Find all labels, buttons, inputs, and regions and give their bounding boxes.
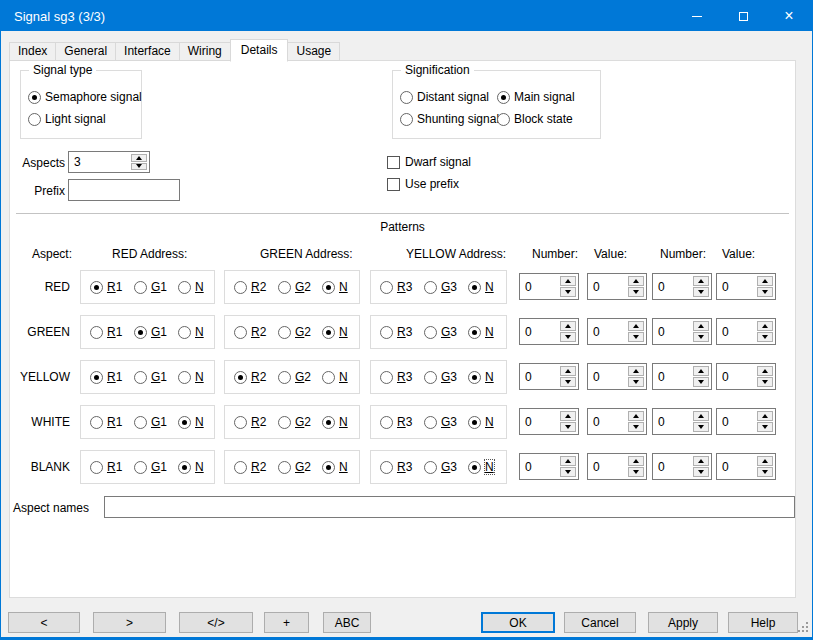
spin-down-icon[interactable]: [693, 377, 709, 387]
radio-r1[interactable]: R1: [90, 280, 122, 294]
value-spinner[interactable]: 0: [716, 408, 776, 435]
radio-n[interactable]: N: [468, 460, 494, 474]
radio-g1[interactable]: G1: [134, 280, 167, 294]
radio-r3[interactable]: R3: [380, 460, 412, 474]
tab-interface[interactable]: Interface: [115, 42, 180, 61]
radio-r3[interactable]: R3: [380, 325, 412, 339]
radio-g2[interactable]: G2: [278, 325, 311, 339]
radio-n[interactable]: N: [322, 460, 348, 474]
tab-wiring[interactable]: Wiring: [179, 42, 231, 61]
spin-down-icon[interactable]: [628, 467, 644, 477]
spin-down-icon[interactable]: [757, 422, 773, 432]
radio-g3[interactable]: G3: [424, 415, 457, 429]
radio-n[interactable]: N: [178, 460, 204, 474]
spin-down-icon[interactable]: [628, 377, 644, 387]
next-button[interactable]: >: [93, 612, 166, 633]
radio-g1[interactable]: G1: [134, 460, 167, 474]
number-spinner[interactable]: 0: [519, 318, 579, 345]
spin-up-icon[interactable]: [693, 456, 709, 466]
radio-g3[interactable]: G3: [424, 460, 457, 474]
radio-r1[interactable]: R1: [90, 325, 122, 339]
radio-r2[interactable]: R2: [234, 325, 266, 339]
value-spinner[interactable]: 0: [587, 363, 647, 390]
value-spinner[interactable]: 0: [716, 363, 776, 390]
radio-block-state[interactable]: Block state: [497, 112, 575, 126]
number-spinner[interactable]: 0: [652, 408, 712, 435]
tab-usage[interactable]: Usage: [287, 42, 340, 61]
spin-up-icon[interactable]: [757, 366, 773, 376]
radio-g1[interactable]: G1: [134, 325, 167, 339]
tab-details[interactable]: Details: [230, 39, 289, 62]
value-spinner[interactable]: 0: [587, 273, 647, 300]
radio-g2[interactable]: G2: [278, 280, 311, 294]
radio-r1[interactable]: R1: [90, 415, 122, 429]
radio-n[interactable]: N: [322, 325, 348, 339]
radio-n[interactable]: N: [468, 325, 494, 339]
radio-g1[interactable]: G1: [134, 415, 167, 429]
radio-shunting-signal[interactable]: Shunting signal: [400, 112, 497, 126]
spin-up-icon[interactable]: [560, 321, 576, 331]
spin-down-icon[interactable]: [131, 163, 147, 171]
spin-up-icon[interactable]: [560, 411, 576, 421]
radio-r2[interactable]: R2: [234, 415, 266, 429]
spin-up-icon[interactable]: [628, 366, 644, 376]
tab-general[interactable]: General: [55, 42, 116, 61]
radio-n[interactable]: N: [322, 280, 348, 294]
spin-down-icon[interactable]: [628, 287, 644, 297]
number-spinner[interactable]: 0: [652, 273, 712, 300]
minimize-button[interactable]: [674, 1, 720, 31]
number-spinner[interactable]: 0: [519, 408, 579, 435]
value-spinner[interactable]: 0: [716, 318, 776, 345]
spin-up-icon[interactable]: [560, 366, 576, 376]
radio-n[interactable]: N: [468, 415, 494, 429]
spin-up-icon[interactable]: [693, 366, 709, 376]
radio-n[interactable]: N: [178, 370, 204, 384]
spin-down-icon[interactable]: [693, 467, 709, 477]
checkbox-dwarf-signal[interactable]: Dwarf signal: [387, 155, 471, 169]
spin-down-icon[interactable]: [757, 332, 773, 342]
radio-n[interactable]: N: [468, 370, 494, 384]
radio-g2[interactable]: G2: [278, 460, 311, 474]
tab-index[interactable]: Index: [9, 42, 56, 61]
value-spinner[interactable]: 0: [716, 273, 776, 300]
apply-button[interactable]: Apply: [648, 612, 718, 633]
radio-g3[interactable]: G3: [424, 325, 457, 339]
number-spinner[interactable]: 0: [652, 363, 712, 390]
radio-n[interactable]: N: [178, 415, 204, 429]
radio-g3[interactable]: G3: [424, 370, 457, 384]
number-spinner[interactable]: 0: [652, 318, 712, 345]
spin-down-icon[interactable]: [693, 422, 709, 432]
radio-distant-signal[interactable]: Distant signal: [400, 90, 497, 104]
ok-button[interactable]: OK: [481, 612, 555, 633]
spin-up-icon[interactable]: [757, 276, 773, 286]
aspect-names-input[interactable]: [104, 496, 795, 518]
abc-button[interactable]: ABC: [323, 612, 371, 633]
spin-up-icon[interactable]: [628, 276, 644, 286]
prefix-input[interactable]: [68, 179, 180, 201]
radio-r3[interactable]: R3: [380, 370, 412, 384]
radio-n[interactable]: N: [178, 280, 204, 294]
spin-up-icon[interactable]: [693, 321, 709, 331]
cancel-button[interactable]: Cancel: [564, 612, 636, 633]
add-button[interactable]: +: [264, 612, 309, 633]
spin-up-icon[interactable]: [628, 321, 644, 331]
spin-down-icon[interactable]: [693, 287, 709, 297]
spin-down-icon[interactable]: [757, 467, 773, 477]
spin-down-icon[interactable]: [757, 287, 773, 297]
spin-up-icon[interactable]: [628, 411, 644, 421]
value-spinner[interactable]: 0: [587, 453, 647, 480]
spin-down-icon[interactable]: [628, 422, 644, 432]
number-spinner[interactable]: 0: [652, 453, 712, 480]
number-spinner[interactable]: 0: [519, 273, 579, 300]
radio-g2[interactable]: G2: [278, 370, 311, 384]
spin-up-icon[interactable]: [693, 411, 709, 421]
spin-down-icon[interactable]: [560, 332, 576, 342]
spin-down-icon[interactable]: [560, 287, 576, 297]
close-button[interactable]: ×: [766, 1, 812, 31]
spin-up-icon[interactable]: [757, 321, 773, 331]
radio-r2[interactable]: R2: [234, 370, 266, 384]
radio-g1[interactable]: G1: [134, 370, 167, 384]
value-spinner[interactable]: 0: [587, 318, 647, 345]
radio-light-signal[interactable]: Light signal: [28, 112, 142, 126]
spin-down-icon[interactable]: [628, 332, 644, 342]
